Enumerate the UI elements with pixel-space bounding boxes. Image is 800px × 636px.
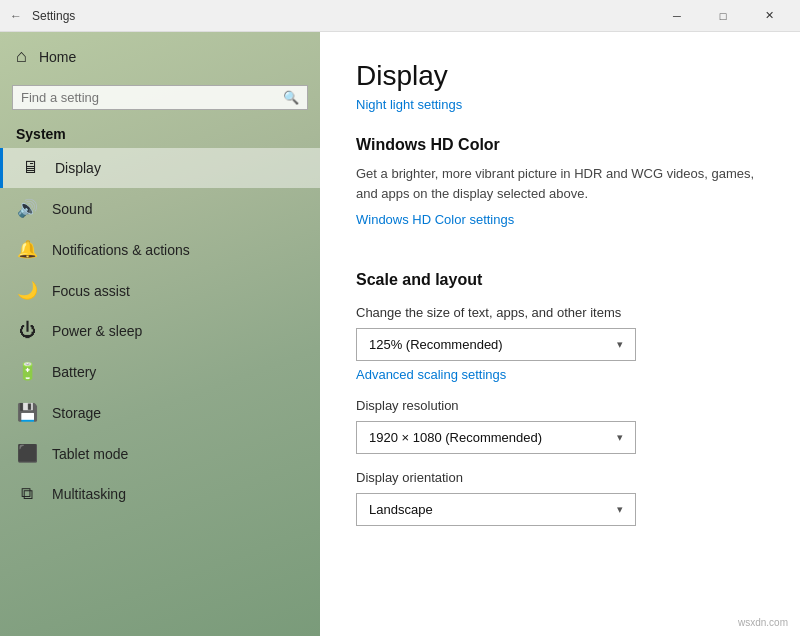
titlebar-title: Settings bbox=[32, 9, 75, 23]
tablet-icon: ⬛ bbox=[16, 443, 38, 464]
power-icon: ⏻ bbox=[16, 321, 38, 341]
hd-color-section: Windows HD Color Get a brighter, more vi… bbox=[356, 136, 764, 251]
scale-dropdown[interactable]: 125% (Recommended) ▾ bbox=[356, 328, 636, 361]
resolution-dropdown-label: Display resolution bbox=[356, 398, 764, 413]
sidebar-search-container: 🔍 bbox=[12, 85, 308, 110]
sidebar-item-label-display: Display bbox=[55, 160, 101, 176]
battery-icon: 🔋 bbox=[16, 361, 38, 382]
window-controls: ─ □ ✕ bbox=[654, 0, 792, 32]
scale-dropdown-label: Change the size of text, apps, and other… bbox=[356, 305, 764, 320]
sidebar-item-display[interactable]: 🖥 Display bbox=[0, 148, 320, 188]
sidebar-item-label-multitasking: Multitasking bbox=[52, 486, 126, 502]
sidebar-item-label-power-sleep: Power & sleep bbox=[52, 323, 142, 339]
sidebar-item-power-sleep[interactable]: ⏻ Power & sleep bbox=[0, 311, 320, 351]
storage-icon: 💾 bbox=[16, 402, 38, 423]
watermark: wsxdn.com bbox=[738, 617, 788, 628]
resolution-dropdown-chevron: ▾ bbox=[617, 431, 623, 444]
sidebar-item-label-sound: Sound bbox=[52, 201, 92, 217]
multitasking-icon: ⧉ bbox=[16, 484, 38, 504]
sidebar-item-label-storage: Storage bbox=[52, 405, 101, 421]
focus-assist-icon: 🌙 bbox=[16, 280, 38, 301]
scale-dropdown-chevron: ▾ bbox=[617, 338, 623, 351]
hd-color-description: Get a brighter, more vibrant picture in … bbox=[356, 164, 764, 203]
sidebar-item-label-focus-assist: Focus assist bbox=[52, 283, 130, 299]
sidebar-item-focus-assist[interactable]: 🌙 Focus assist bbox=[0, 270, 320, 311]
page-title: Display bbox=[356, 60, 764, 92]
advanced-scaling-link[interactable]: Advanced scaling settings bbox=[356, 367, 764, 382]
back-button[interactable]: ← bbox=[8, 8, 24, 24]
resolution-dropdown[interactable]: 1920 × 1080 (Recommended) ▾ bbox=[356, 421, 636, 454]
notifications-icon: 🔔 bbox=[16, 239, 38, 260]
sidebar-item-label-tablet: Tablet mode bbox=[52, 446, 128, 462]
sound-icon: 🔊 bbox=[16, 198, 38, 219]
sidebar-home-button[interactable]: ⌂ Home bbox=[0, 32, 320, 81]
search-icon: 🔍 bbox=[283, 90, 299, 105]
orientation-dropdown[interactable]: Landscape ▾ bbox=[356, 493, 636, 526]
sidebar-item-label-battery: Battery bbox=[52, 364, 96, 380]
orientation-dropdown-label: Display orientation bbox=[356, 470, 764, 485]
resolution-dropdown-value: 1920 × 1080 (Recommended) bbox=[369, 430, 542, 445]
search-input[interactable] bbox=[21, 90, 283, 105]
scale-layout-section: Scale and layout Change the size of text… bbox=[356, 271, 764, 526]
sidebar-item-notifications-actions[interactable]: 🔔 Notifications & actions bbox=[0, 229, 320, 270]
home-icon: ⌂ bbox=[16, 46, 27, 67]
sidebar-item-multitasking[interactable]: ⧉ Multitasking bbox=[0, 474, 320, 514]
sidebar-item-battery[interactable]: 🔋 Battery bbox=[0, 351, 320, 392]
sidebar: ⌂ Home 🔍 System 🖥 Display 🔊 Sound 🔔 Noti… bbox=[0, 32, 320, 636]
scale-dropdown-value: 125% (Recommended) bbox=[369, 337, 503, 352]
minimize-button[interactable]: ─ bbox=[654, 0, 700, 32]
orientation-dropdown-value: Landscape bbox=[369, 502, 433, 517]
sidebar-item-tablet-mode[interactable]: ⬛ Tablet mode bbox=[0, 433, 320, 474]
sidebar-home-label: Home bbox=[39, 49, 76, 65]
sidebar-item-sound[interactable]: 🔊 Sound bbox=[0, 188, 320, 229]
display-icon: 🖥 bbox=[19, 158, 41, 178]
hd-color-heading: Windows HD Color bbox=[356, 136, 764, 154]
sidebar-section-title: System bbox=[0, 118, 320, 148]
sidebar-item-label-notifications: Notifications & actions bbox=[52, 242, 190, 258]
app-body: ⌂ Home 🔍 System 🖥 Display 🔊 Sound 🔔 Noti… bbox=[0, 32, 800, 636]
hd-color-settings-link[interactable]: Windows HD Color settings bbox=[356, 212, 514, 227]
close-button[interactable]: ✕ bbox=[746, 0, 792, 32]
scale-layout-heading: Scale and layout bbox=[356, 271, 764, 289]
titlebar: ← Settings ─ □ ✕ bbox=[0, 0, 800, 32]
titlebar-left: ← Settings bbox=[8, 8, 75, 24]
orientation-dropdown-chevron: ▾ bbox=[617, 503, 623, 516]
main-panel: Display Night light settings Windows HD … bbox=[320, 32, 800, 636]
sidebar-item-storage[interactable]: 💾 Storage bbox=[0, 392, 320, 433]
night-light-link[interactable]: Night light settings bbox=[356, 97, 462, 112]
maximize-button[interactable]: □ bbox=[700, 0, 746, 32]
